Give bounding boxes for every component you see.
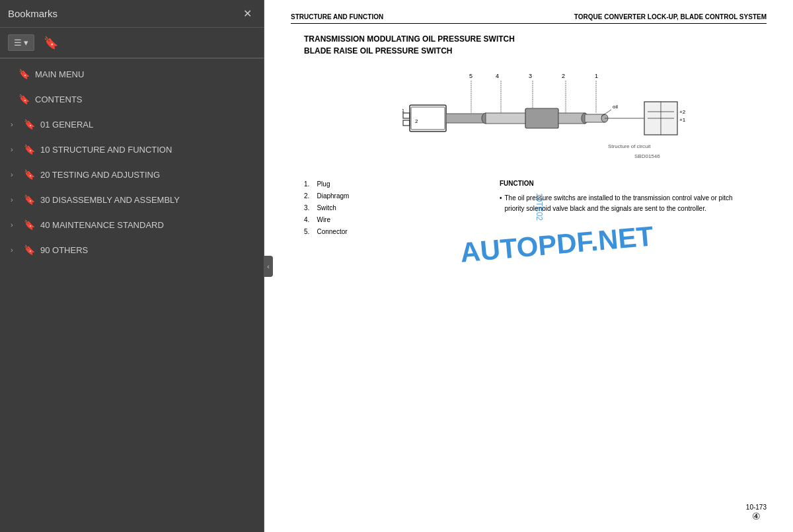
title-line1: TRANSMISSION MODULATING OIL PRESSURE SWI…	[304, 34, 753, 44]
bookmark-list: 🔖 MAIN MENU 🔖 CONTENTS › 🔖 01 GENERAL › …	[0, 59, 264, 532]
list-icon: ☰	[14, 38, 22, 48]
expand-arrow-90: ›	[11, 246, 19, 254]
sidebar-item-label-90: 90 OTHERS	[40, 245, 88, 255]
sidebar-collapse-button[interactable]: ‹	[264, 256, 273, 277]
sidebar-item-label-10: 10 STRUCTURE AND FUNCTION	[40, 145, 172, 155]
sidebar-item-label-20: 20 TESTING AND ADJUSTING	[40, 170, 160, 180]
content-columns: 1. Plug 2. Diaphragm 3. Switch 4. Wire 5…	[291, 178, 767, 238]
close-button[interactable]: ✕	[239, 6, 256, 21]
svg-text:Structure of circuit: Structure of circuit	[608, 143, 651, 149]
sidebar: Bookmarks ✕ ☰ ▾ 🔖 🔖 MAIN MENU 🔖 CONTENTS…	[0, 0, 264, 532]
sidebar-item-label-contents: CONTENTS	[35, 95, 83, 104]
svg-text:2: 2	[562, 73, 565, 79]
expand-arrow-01: ›	[11, 120, 19, 128]
svg-rect-14	[525, 108, 558, 128]
bookmark-icon: 🔖	[44, 36, 58, 50]
main-content: STRUCTURE AND FUNCTION TORQUE CONVERTER …	[264, 0, 793, 532]
parts-list: 1. Plug 2. Diaphragm 3. Switch 4. Wire 5…	[304, 178, 473, 238]
bookmark-manage-button[interactable]: 🔖	[40, 34, 62, 52]
bookmark-icon-40: 🔖	[24, 219, 35, 230]
svg-text:+1: +1	[679, 117, 686, 123]
part-5: 5. Connector	[304, 226, 473, 238]
sidebar-item-main-menu[interactable]: 🔖 MAIN MENU	[0, 61, 264, 87]
diagram-wrapper: 5 4 3 2 1 2 1	[357, 69, 700, 168]
sidebar-item-label-30: 30 DISASSEMBLY AND ASSEMBLY	[40, 195, 180, 205]
expand-arrow-10: ›	[11, 145, 19, 153]
sidebar-title: Bookmarks	[8, 8, 57, 19]
page-num-text: 10-173	[746, 504, 767, 511]
bookmark-icon-30: 🔖	[24, 194, 35, 205]
list-view-button[interactable]: ☰ ▾	[8, 34, 34, 51]
svg-rect-8	[403, 120, 410, 126]
sidebar-item-label-01: 01 GENERAL	[40, 120, 93, 130]
bookmark-icon-90: 🔖	[24, 245, 35, 255]
svg-rect-7	[403, 113, 410, 118]
part-3: 3. Switch	[304, 202, 473, 214]
switch-diagram: 5 4 3 2 1 2 1	[357, 69, 700, 168]
sidebar-item-40-maintenance[interactable]: › 🔖 40 MAINTENANCE STANDARD	[0, 212, 264, 237]
svg-rect-15	[558, 113, 585, 124]
title-line2: BLADE RAISE OIL PRESSURE SWITCH	[304, 46, 753, 56]
header-left: STRUCTURE AND FUNCTION	[291, 13, 383, 20]
bookmark-icon-main-menu: 🔖	[19, 69, 30, 79]
sidebar-item-90-others[interactable]: › 🔖 90 OTHERS	[0, 237, 264, 262]
expand-arrow-20: ›	[11, 171, 19, 178]
sidebar-toolbar: ☰ ▾ 🔖	[0, 28, 264, 58]
collapse-icon: ‹	[267, 262, 270, 270]
svg-text:3: 3	[529, 73, 532, 79]
sidebar-item-label-40: 40 MAINTENANCE STANDARD	[40, 220, 164, 230]
svg-text:+2: +2	[679, 109, 686, 115]
svg-rect-11	[446, 114, 486, 123]
page-content: STRUCTURE AND FUNCTION TORQUE CONVERTER …	[264, 0, 793, 532]
expand-arrow-30: ›	[11, 196, 19, 204]
watermark-sub: 10TE02	[535, 193, 544, 221]
sidebar-item-20-testing[interactable]: › 🔖 20 TESTING AND ADJUSTING	[0, 162, 264, 187]
bookmark-icon-10: 🔖	[24, 144, 35, 155]
svg-text:1: 1	[402, 108, 404, 113]
bullet-point: •	[500, 193, 502, 214]
svg-text:SBD01546: SBD01546	[634, 153, 660, 159]
bookmark-icon-01: 🔖	[24, 119, 35, 130]
sidebar-header: Bookmarks ✕	[0, 0, 264, 28]
bookmark-icon-contents: 🔖	[19, 94, 30, 104]
page-circle: ④	[746, 511, 767, 521]
sidebar-item-label-main-menu: MAIN MENU	[35, 69, 84, 79]
diagram-area: 5 4 3 2 1 2 1	[291, 69, 767, 168]
sidebar-item-contents[interactable]: 🔖 CONTENTS	[0, 87, 264, 112]
sidebar-item-30-disassembly[interactable]: › 🔖 30 DISASSEMBLY AND ASSEMBLY	[0, 187, 264, 212]
part-4: 4. Wire	[304, 214, 473, 226]
svg-text:2: 2	[415, 118, 418, 124]
bookmark-icon-20: 🔖	[24, 169, 35, 180]
svg-text:1: 1	[595, 73, 598, 79]
expand-arrow-40: ›	[11, 221, 19, 229]
sidebar-item-10-structure[interactable]: › 🔖 10 STRUCTURE AND FUNCTION	[0, 137, 264, 162]
dropdown-arrow: ▾	[24, 38, 28, 48]
page-number: 10-173 ④	[746, 504, 767, 521]
part-2: 2. Diaphragm	[304, 190, 473, 202]
sidebar-item-01-general[interactable]: › 🔖 01 GENERAL	[0, 112, 264, 137]
header-right: TORQUE CONVERTER LOCK-UP, BLADE CONTROL …	[574, 13, 767, 20]
section-heading: TRANSMISSION MODULATING OIL PRESSURE SWI…	[291, 34, 767, 56]
svg-text:4: 4	[496, 73, 499, 79]
svg-text:5: 5	[469, 73, 472, 79]
part-1: 1. Plug	[304, 178, 473, 190]
page-header: STRUCTURE AND FUNCTION TORQUE CONVERTER …	[291, 13, 767, 24]
function-title: FUNCTION	[500, 178, 753, 189]
svg-text:oil: oil	[613, 104, 618, 110]
